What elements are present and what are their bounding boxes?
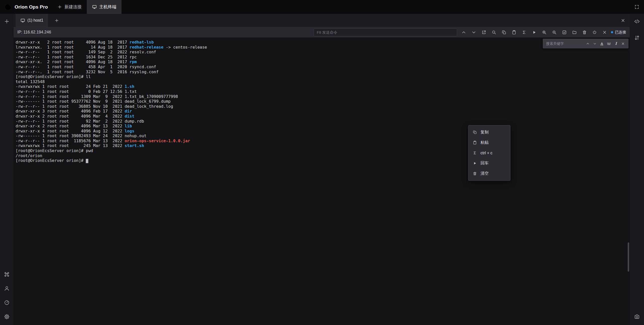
terminal-filename: dir bbox=[125, 109, 132, 114]
host-terminal-tab[interactable]: 主机终端 bbox=[87, 0, 122, 14]
search-next-button[interactable] bbox=[592, 41, 598, 47]
search-icon bbox=[492, 30, 496, 35]
checklist-button[interactable] bbox=[559, 27, 569, 38]
search-button[interactable] bbox=[489, 27, 499, 38]
terminal-icon bbox=[92, 5, 97, 9]
expand-icon bbox=[481, 30, 486, 35]
status-label: 已连接 bbox=[615, 30, 626, 35]
connection-status: 已连接 bbox=[610, 30, 630, 35]
plus-icon bbox=[4, 18, 10, 24]
profile-button[interactable] bbox=[3, 284, 11, 293]
left-rail-bottom bbox=[3, 270, 11, 321]
main-area: (1) host1 IP: 116.62.194.246 已连接 drwxr-x… bbox=[0, 14, 644, 325]
terminal-line: -rw-r--r-- 1 root root 1634 Dec 25 2012 … bbox=[16, 55, 630, 60]
swap-button[interactable] bbox=[633, 33, 641, 42]
menu-item-enter[interactable]: 回车 bbox=[468, 158, 510, 168]
menu-item-clear[interactable]: 清空 bbox=[468, 168, 510, 179]
menu-item-label: 清空 bbox=[480, 171, 489, 176]
ip-label: IP: 116.62.194.246 bbox=[17, 30, 51, 34]
close-terminal-button[interactable] bbox=[616, 14, 630, 27]
terminal-line: -rw-r--r-- 1 root root 458 Apr 1 2020 rs… bbox=[16, 64, 630, 69]
copy-icon bbox=[473, 130, 477, 134]
host-terminal-label: 主机终端 bbox=[99, 4, 116, 10]
context-menu: 复制粘贴ctrl + c回车清空 bbox=[468, 125, 510, 181]
terminal-line: -rw-r--r--. 1 root root 3232 Nov 5 2016 … bbox=[16, 69, 630, 75]
terminal-line: drwxr-xr-x 2 root root 4096 Mar 13 2022 … bbox=[16, 124, 630, 129]
terminal-cursor bbox=[86, 159, 88, 163]
gauge-icon bbox=[4, 300, 10, 306]
new-connection-label: 新建连接 bbox=[64, 4, 82, 10]
terminal-line: drwxr-xr-x 2 root root 4096 Mar 4 2022 d… bbox=[16, 114, 630, 119]
search-input[interactable] bbox=[546, 42, 584, 46]
terminal-line: drwxr-xr-x 3 root root 4096 Feb 17 2022 … bbox=[16, 109, 630, 114]
snippet-button[interactable] bbox=[633, 17, 641, 26]
swap-vertical-icon bbox=[634, 35, 640, 41]
terminal-search-panel: A W I bbox=[543, 39, 628, 48]
shortcuts-button[interactable] bbox=[3, 270, 11, 279]
right-rail-bottom bbox=[633, 312, 641, 321]
add-tab-button[interactable] bbox=[52, 16, 61, 25]
send-enter-button[interactable] bbox=[529, 27, 539, 38]
zoom-in-button[interactable] bbox=[539, 27, 549, 38]
terminal-tab-host1[interactable]: (1) host1 bbox=[16, 14, 48, 27]
new-connection-menu[interactable]: 新建连接 bbox=[52, 0, 87, 14]
settings-button[interactable] bbox=[3, 312, 11, 321]
fullscreen-button[interactable] bbox=[630, 0, 644, 14]
terminal-screen[interactable]: drwxr-xr-x 2 root root 4096 Aug 18 2017 … bbox=[14, 38, 630, 325]
menu-item-label: 复制 bbox=[480, 130, 489, 135]
menu-item-paste[interactable]: 粘贴 bbox=[468, 137, 510, 148]
terminal-line: drwxr-xr-x. 2 root root 4096 Aug 18 2017… bbox=[16, 59, 630, 64]
terminal-filename: logs bbox=[125, 129, 134, 133]
chevron-up-icon bbox=[461, 30, 466, 35]
search-close-button[interactable] bbox=[620, 41, 626, 47]
toolbar-icon-group bbox=[459, 27, 610, 38]
sftp-button[interactable] bbox=[569, 27, 579, 38]
terminal-filename: redhat-lsb bbox=[130, 40, 154, 45]
terminal-filename: start.sh bbox=[125, 143, 144, 148]
topbar-spacer bbox=[122, 0, 630, 14]
terminal-line: lrwxrwxrwx. 1 root root 14 Aug 18 2017 r… bbox=[16, 45, 630, 50]
terminal-filename: 1.sh bbox=[125, 84, 134, 89]
regex-button[interactable]: I bbox=[613, 41, 619, 47]
close-icon bbox=[602, 30, 607, 35]
terminal-filename: rpm bbox=[130, 59, 137, 64]
zoom-out-button[interactable] bbox=[549, 27, 559, 38]
command-input[interactable] bbox=[314, 28, 457, 36]
paste-button[interactable] bbox=[509, 27, 519, 38]
terminal-line: [root@OrionEcsServer orion]# pwd bbox=[16, 148, 630, 153]
folder-icon bbox=[572, 30, 577, 35]
center-column: (1) host1 IP: 116.62.194.246 已连接 drwxr-x… bbox=[14, 14, 630, 325]
open-window-button[interactable] bbox=[479, 27, 489, 38]
disconnect-button[interactable] bbox=[589, 27, 599, 38]
whole-word-button[interactable]: W bbox=[606, 41, 612, 47]
screenshot-button[interactable] bbox=[633, 312, 641, 321]
camera-icon bbox=[634, 314, 640, 320]
copy-button[interactable] bbox=[499, 27, 509, 38]
search-prev-button[interactable] bbox=[585, 41, 591, 47]
dashboard-button[interactable] bbox=[3, 298, 11, 307]
terminal-line: -rw-r--r-- 1 root root 1185676 Mar 13 20… bbox=[16, 138, 630, 143]
scroll-down-button[interactable] bbox=[469, 27, 479, 38]
command-icon bbox=[4, 271, 10, 277]
clear-button[interactable] bbox=[579, 27, 589, 38]
terminal-tab-label: (1) host1 bbox=[27, 18, 43, 23]
zoom-out-icon bbox=[552, 30, 557, 35]
new-terminal-button[interactable] bbox=[3, 17, 11, 26]
menu-item-copy[interactable]: 复制 bbox=[468, 127, 510, 137]
match-case-button[interactable]: A bbox=[599, 41, 605, 47]
close-icon bbox=[621, 42, 625, 46]
scroll-up-button[interactable] bbox=[459, 27, 469, 38]
fullscreen-icon bbox=[634, 5, 639, 9]
chevron-down-icon bbox=[471, 30, 476, 35]
send-ctrl-c-button[interactable] bbox=[519, 27, 529, 38]
close-session-button[interactable] bbox=[599, 27, 610, 38]
terminal-filename: redhat-release bbox=[130, 45, 164, 50]
terminal-tab-bar: (1) host1 bbox=[14, 14, 630, 27]
paste-icon bbox=[473, 140, 477, 145]
menu-item-ctrl-c[interactable]: ctrl + c bbox=[468, 148, 510, 158]
terminal-scrollbar-thumb[interactable] bbox=[628, 242, 629, 272]
terminal-line: -rw-r--r-- 1 root root 92 Mar 2 2022 dum… bbox=[16, 119, 630, 124]
brand-title: Orion Ops Pro bbox=[15, 4, 48, 10]
terminal-line: -rw------- 1 root root 95377762 Nov 9 20… bbox=[16, 99, 630, 104]
plus-icon bbox=[54, 18, 59, 23]
